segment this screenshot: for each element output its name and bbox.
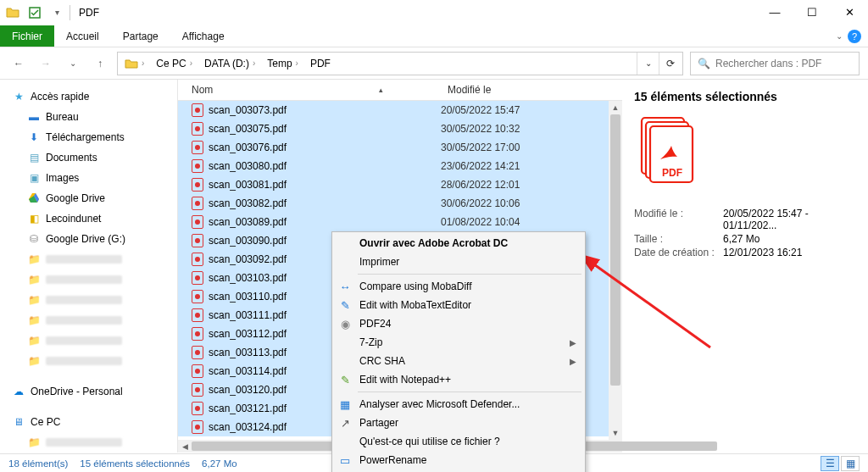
context-item-icon: [337, 434, 353, 449]
minimize-button[interactable]: —: [756, 0, 793, 25]
tab-fichier[interactable]: Fichier: [0, 25, 54, 47]
pdf-file-icon: [192, 402, 203, 415]
help-icon[interactable]: ?: [848, 30, 861, 43]
col-modified[interactable]: Modifié le: [441, 80, 568, 100]
tree-blur-5[interactable]: 📁: [3, 330, 174, 351]
tree-lecoindunet[interactable]: ◧Lecoindunet: [3, 208, 174, 229]
history-dropdown-button[interactable]: ⌄: [63, 53, 83, 74]
tree-blur-7[interactable]: 📁: [3, 432, 174, 453]
sort-asc-icon: ▴: [379, 86, 383, 94]
context-item[interactable]: ◉PDF24: [332, 314, 585, 333]
tree-gdrive-g[interactable]: ⛁Google Drive (G:): [3, 229, 174, 249]
file-name: scan_003110.pdf: [209, 291, 287, 303]
file-row[interactable]: scan_003089.pdf01/08/2022 10:04: [178, 213, 622, 231]
tree-desktop[interactable]: ▬Bureau: [3, 107, 174, 127]
context-item[interactable]: Ouvrir avec Adobe Acrobat DC: [332, 234, 585, 253]
file-row[interactable]: scan_003082.pdf30/06/2022 10:06: [178, 194, 622, 213]
tree-cepc[interactable]: 🖥Ce PC: [3, 412, 174, 432]
file-modified: 30/06/2022 10:06: [441, 197, 568, 209]
tree-downloads[interactable]: ⬇Téléchargements: [3, 127, 174, 147]
pdf-file-icon: [192, 103, 203, 117]
details-title: 15 éléments sélectionnés: [634, 90, 856, 103]
context-item[interactable]: ▭PowerRename: [332, 451, 585, 469]
view-icons-button[interactable]: ▦: [841, 456, 860, 471]
documents-icon: ▤: [27, 151, 41, 164]
desktop-icon: ▬: [27, 110, 41, 124]
file-name: scan_003121.pdf: [209, 403, 287, 414]
pdf-file-icon: [192, 308, 203, 322]
context-item-icon: ✎: [337, 297, 353, 313]
tree-blur-2[interactable]: 📁: [3, 269, 174, 290]
vertical-scrollbar[interactable]: ▲ ▼: [609, 101, 622, 440]
refresh-button[interactable]: ⟳: [659, 53, 681, 75]
file-row[interactable]: scan_003076.pdf30/05/2022 17:00: [178, 138, 622, 157]
tree-onedrive[interactable]: ☁OneDrive - Personal: [3, 381, 174, 402]
tree-blur-1[interactable]: 📁: [3, 249, 174, 269]
tree-blur-3[interactable]: 📁: [3, 290, 174, 310]
file-row[interactable]: scan_003081.pdf28/06/2022 12:01: [178, 175, 622, 194]
tree-images[interactable]: ▣Images: [3, 168, 174, 188]
context-item[interactable]: Imprimer: [332, 253, 585, 271]
scroll-down-icon[interactable]: ▼: [609, 426, 622, 440]
window-title: PDF: [79, 7, 99, 19]
file-name: scan_003112.pdf: [209, 328, 287, 340]
folder-icon: 📁: [27, 293, 41, 307]
file-row[interactable]: scan_003073.pdf20/05/2022 15:47: [178, 101, 622, 119]
scroll-left-icon[interactable]: ◀: [178, 440, 192, 453]
tree-gdrive[interactable]: Google Drive: [3, 188, 174, 208]
up-button[interactable]: ↑: [90, 53, 110, 74]
crumb-root[interactable]: ›: [120, 53, 149, 75]
qat-dropdown-icon[interactable]: ▾: [47, 3, 66, 22]
context-item[interactable]: 7-Zip▶: [332, 333, 585, 352]
folder-icon: 📁: [27, 273, 41, 286]
address-dropdown-button[interactable]: ⌄: [637, 53, 659, 75]
scroll-thumb[interactable]: [610, 114, 620, 386]
view-details-button[interactable]: ☰: [821, 456, 839, 471]
scroll-up-icon[interactable]: ▲: [609, 101, 622, 114]
crumb-pdf[interactable]: PDF: [305, 53, 336, 75]
tree-quick-access[interactable]: ★ Accès rapide: [3, 86, 174, 107]
pdf-file-icon: [192, 122, 203, 136]
forward-button[interactable]: →: [36, 53, 56, 74]
pdf-file-icon: [192, 159, 203, 173]
ribbon-tabs: Fichier Accueil Partage Affichage ⌄ ?: [0, 25, 868, 47]
file-name: scan_003081.pdf: [209, 179, 287, 191]
tab-accueil[interactable]: Accueil: [54, 25, 111, 47]
file-modified: 01/08/2022 10:04: [441, 216, 568, 228]
tab-partage[interactable]: Partage: [111, 25, 170, 47]
file-row[interactable]: scan_003075.pdf30/05/2022 10:32: [178, 119, 622, 138]
crumb-cepc[interactable]: Ce PC›: [151, 53, 198, 75]
file-row[interactable]: scan_003080.pdf23/06/2022 14:21: [178, 157, 622, 175]
context-item[interactable]: ↗Partager: [332, 414, 585, 432]
address-bar[interactable]: › Ce PC› DATA (D:)› Temp› PDF ⌄ ⟳: [117, 52, 683, 75]
context-item[interactable]: Qu'est-ce qui utilise ce fichier ?: [332, 432, 585, 451]
tree-blur-6[interactable]: 📁: [3, 351, 174, 371]
tree-blur-4[interactable]: 📁: [3, 310, 174, 330]
context-menu: Ouvrir avec Adobe Acrobat DCImprimer↔Com…: [331, 231, 586, 472]
file-name: scan_003073.pdf: [209, 104, 287, 116]
context-separator: [358, 274, 581, 275]
pdf-file-icon: [192, 215, 203, 229]
context-item[interactable]: ↔Compare using MobaDiff: [332, 277, 585, 296]
col-name[interactable]: Nom▴: [178, 80, 441, 100]
file-name: scan_003082.pdf: [209, 197, 287, 209]
tree-documents[interactable]: ▤Documents: [3, 147, 174, 168]
details-created-value: 12/01/2023 16:21: [723, 247, 856, 258]
search-input[interactable]: 🔍 Rechercher dans : PDF: [690, 52, 860, 75]
context-item[interactable]: CRC SHA▶: [332, 352, 585, 370]
file-name: scan_003089.pdf: [209, 216, 287, 228]
close-button[interactable]: ✕: [831, 0, 868, 25]
back-button[interactable]: ←: [8, 53, 29, 74]
context-item[interactable]: ▦Analyser avec Microsoft Defender...: [332, 395, 585, 414]
context-item[interactable]: ✎Edit with MobaTextEditor: [332, 296, 585, 314]
submenu-arrow-icon: ▶: [570, 338, 576, 347]
crumb-data[interactable]: DATA (D:)›: [199, 53, 260, 75]
crumb-temp[interactable]: Temp›: [262, 53, 303, 75]
qat-properties-icon[interactable]: [25, 3, 44, 22]
tab-affichage[interactable]: Affichage: [170, 25, 236, 47]
maximize-button[interactable]: ☐: [793, 0, 831, 25]
downloads-icon: ⬇: [27, 130, 41, 144]
star-icon: ★: [12, 90, 25, 103]
ribbon-expand-icon[interactable]: ⌄: [836, 31, 843, 41]
context-item[interactable]: ✎Edit with Notepad++: [332, 370, 585, 389]
